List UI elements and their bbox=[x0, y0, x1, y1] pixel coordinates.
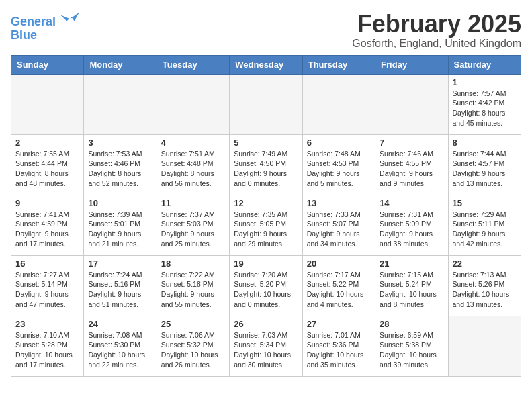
week-row-3: 9Sunrise: 7:41 AM Sunset: 4:59 PM Daylig… bbox=[11, 195, 521, 255]
day-info: Sunrise: 7:53 AM Sunset: 4:46 PM Dayligh… bbox=[88, 149, 152, 189]
calendar-cell: 23Sunrise: 7:10 AM Sunset: 5:28 PM Dayli… bbox=[11, 316, 84, 376]
logo-blue: Blue bbox=[11, 29, 37, 42]
calendar-cell: 7Sunrise: 7:46 AM Sunset: 4:55 PM Daylig… bbox=[375, 134, 448, 195]
day-number: 20 bbox=[307, 259, 371, 269]
day-info: Sunrise: 6:59 AM Sunset: 5:38 PM Dayligh… bbox=[380, 330, 443, 370]
day-info: Sunrise: 7:33 AM Sunset: 5:07 PM Dayligh… bbox=[307, 210, 371, 249]
day-number: 16 bbox=[15, 259, 79, 269]
day-number: 13 bbox=[307, 198, 371, 208]
calendar-subtitle: Gosforth, England, United Kingdom bbox=[352, 38, 521, 50]
day-info: Sunrise: 7:15 AM Sunset: 5:24 PM Dayligh… bbox=[380, 270, 443, 310]
day-info: Sunrise: 7:03 AM Sunset: 5:34 PM Dayligh… bbox=[234, 330, 298, 370]
day-info: Sunrise: 7:57 AM Sunset: 4:42 PM Dayligh… bbox=[453, 89, 517, 128]
logo-bird-icon bbox=[60, 9, 79, 24]
calendar-cell: 16Sunrise: 7:27 AM Sunset: 5:14 PM Dayli… bbox=[11, 255, 84, 316]
weekday-header-friday: Friday bbox=[375, 55, 448, 74]
weekday-header-sunday: Sunday bbox=[11, 55, 84, 74]
day-number: 14 bbox=[380, 198, 443, 208]
svg-marker-0 bbox=[66, 12, 79, 21]
calendar-cell: 6Sunrise: 7:48 AM Sunset: 4:53 PM Daylig… bbox=[302, 134, 375, 195]
day-number: 11 bbox=[161, 198, 225, 208]
calendar-cell: 13Sunrise: 7:33 AM Sunset: 5:07 PM Dayli… bbox=[302, 195, 375, 255]
day-info: Sunrise: 7:48 AM Sunset: 4:53 PM Dayligh… bbox=[307, 149, 371, 189]
day-number: 22 bbox=[453, 259, 517, 269]
day-info: Sunrise: 7:13 AM Sunset: 5:26 PM Dayligh… bbox=[453, 270, 517, 310]
calendar-cell: 26Sunrise: 7:03 AM Sunset: 5:34 PM Dayli… bbox=[230, 316, 302, 376]
calendar-cell bbox=[157, 74, 229, 134]
weekday-header-tuesday: Tuesday bbox=[157, 55, 229, 74]
day-number: 17 bbox=[88, 259, 152, 269]
day-info: Sunrise: 7:17 AM Sunset: 5:22 PM Dayligh… bbox=[307, 270, 371, 310]
day-info: Sunrise: 7:22 AM Sunset: 5:18 PM Dayligh… bbox=[161, 270, 225, 310]
calendar-cell: 3Sunrise: 7:53 AM Sunset: 4:46 PM Daylig… bbox=[84, 134, 157, 195]
day-info: Sunrise: 7:35 AM Sunset: 5:05 PM Dayligh… bbox=[234, 210, 298, 249]
calendar-cell: 24Sunrise: 7:08 AM Sunset: 5:30 PM Dayli… bbox=[84, 316, 157, 376]
day-number: 24 bbox=[88, 319, 152, 329]
calendar-cell bbox=[375, 74, 448, 134]
calendar-cell: 9Sunrise: 7:41 AM Sunset: 4:59 PM Daylig… bbox=[11, 195, 84, 255]
day-info: Sunrise: 7:10 AM Sunset: 5:28 PM Dayligh… bbox=[15, 330, 79, 370]
calendar-cell bbox=[302, 74, 375, 134]
day-info: Sunrise: 7:37 AM Sunset: 5:03 PM Dayligh… bbox=[161, 210, 225, 249]
day-number: 15 bbox=[453, 198, 517, 208]
weekday-header-wednesday: Wednesday bbox=[230, 55, 302, 74]
day-number: 2 bbox=[15, 138, 79, 148]
calendar-cell: 10Sunrise: 7:39 AM Sunset: 5:01 PM Dayli… bbox=[84, 195, 157, 255]
day-info: Sunrise: 7:01 AM Sunset: 5:36 PM Dayligh… bbox=[307, 330, 371, 370]
day-number: 5 bbox=[234, 138, 298, 148]
calendar-cell: 22Sunrise: 7:13 AM Sunset: 5:26 PM Dayli… bbox=[448, 255, 521, 316]
calendar-cell bbox=[84, 74, 157, 134]
day-info: Sunrise: 7:46 AM Sunset: 4:55 PM Dayligh… bbox=[380, 149, 443, 189]
day-number: 25 bbox=[161, 319, 225, 329]
calendar-cell: 17Sunrise: 7:24 AM Sunset: 5:16 PM Dayli… bbox=[84, 255, 157, 316]
day-info: Sunrise: 7:49 AM Sunset: 4:50 PM Dayligh… bbox=[234, 149, 298, 189]
day-number: 23 bbox=[15, 319, 79, 329]
day-info: Sunrise: 7:24 AM Sunset: 5:16 PM Dayligh… bbox=[88, 270, 152, 310]
day-info: Sunrise: 7:08 AM Sunset: 5:30 PM Dayligh… bbox=[88, 330, 152, 370]
day-info: Sunrise: 7:41 AM Sunset: 4:59 PM Dayligh… bbox=[15, 210, 79, 249]
calendar-cell: 8Sunrise: 7:44 AM Sunset: 4:57 PM Daylig… bbox=[448, 134, 521, 195]
calendar-cell: 2Sunrise: 7:55 AM Sunset: 4:44 PM Daylig… bbox=[11, 134, 84, 195]
weekday-header-thursday: Thursday bbox=[302, 55, 375, 74]
day-number: 8 bbox=[453, 138, 517, 148]
weekday-header-saturday: Saturday bbox=[448, 55, 521, 74]
day-number: 21 bbox=[380, 259, 443, 269]
calendar-table: SundayMondayTuesdayWednesdayThursdayFrid… bbox=[11, 55, 521, 377]
day-number: 10 bbox=[88, 198, 152, 208]
day-number: 7 bbox=[380, 138, 443, 148]
day-number: 19 bbox=[234, 259, 298, 269]
day-info: Sunrise: 7:44 AM Sunset: 4:57 PM Dayligh… bbox=[453, 149, 517, 189]
day-info: Sunrise: 7:29 AM Sunset: 5:11 PM Dayligh… bbox=[453, 210, 517, 249]
weekday-header-monday: Monday bbox=[84, 55, 157, 74]
logo-text: General bbox=[11, 11, 79, 29]
calendar-cell bbox=[448, 316, 521, 376]
calendar-title: February 2025 bbox=[352, 11, 521, 38]
calendar-cell: 20Sunrise: 7:17 AM Sunset: 5:22 PM Dayli… bbox=[302, 255, 375, 316]
week-row-4: 16Sunrise: 7:27 AM Sunset: 5:14 PM Dayli… bbox=[11, 255, 521, 316]
page-header: General Blue February 2025 Gosforth, Eng… bbox=[11, 11, 521, 50]
calendar-cell: 4Sunrise: 7:51 AM Sunset: 4:48 PM Daylig… bbox=[157, 134, 229, 195]
day-info: Sunrise: 7:27 AM Sunset: 5:14 PM Dayligh… bbox=[15, 270, 79, 310]
logo: General Blue bbox=[11, 11, 79, 42]
day-number: 28 bbox=[380, 319, 443, 329]
calendar-cell: 18Sunrise: 7:22 AM Sunset: 5:18 PM Dayli… bbox=[157, 255, 229, 316]
week-row-1: 1Sunrise: 7:57 AM Sunset: 4:42 PM Daylig… bbox=[11, 74, 521, 134]
calendar-cell: 28Sunrise: 6:59 AM Sunset: 5:38 PM Dayli… bbox=[375, 316, 448, 376]
calendar-cell: 25Sunrise: 7:06 AM Sunset: 5:32 PM Dayli… bbox=[157, 316, 229, 376]
day-info: Sunrise: 7:06 AM Sunset: 5:32 PM Dayligh… bbox=[161, 330, 225, 370]
calendar-cell: 14Sunrise: 7:31 AM Sunset: 5:09 PM Dayli… bbox=[375, 195, 448, 255]
logo-general: General bbox=[11, 15, 56, 28]
day-number: 12 bbox=[234, 198, 298, 208]
day-info: Sunrise: 7:31 AM Sunset: 5:09 PM Dayligh… bbox=[380, 210, 443, 249]
calendar-cell: 5Sunrise: 7:49 AM Sunset: 4:50 PM Daylig… bbox=[230, 134, 302, 195]
weekday-header-row: SundayMondayTuesdayWednesdayThursdayFrid… bbox=[11, 55, 521, 74]
calendar-cell: 12Sunrise: 7:35 AM Sunset: 5:05 PM Dayli… bbox=[230, 195, 302, 255]
day-number: 27 bbox=[307, 319, 371, 329]
calendar-cell: 27Sunrise: 7:01 AM Sunset: 5:36 PM Dayli… bbox=[302, 316, 375, 376]
calendar-cell: 21Sunrise: 7:15 AM Sunset: 5:24 PM Dayli… bbox=[375, 255, 448, 316]
svg-marker-1 bbox=[60, 15, 69, 21]
day-number: 26 bbox=[234, 319, 298, 329]
calendar-cell: 1Sunrise: 7:57 AM Sunset: 4:42 PM Daylig… bbox=[448, 74, 521, 134]
calendar-cell bbox=[11, 74, 84, 134]
calendar-cell: 19Sunrise: 7:20 AM Sunset: 5:20 PM Dayli… bbox=[230, 255, 302, 316]
